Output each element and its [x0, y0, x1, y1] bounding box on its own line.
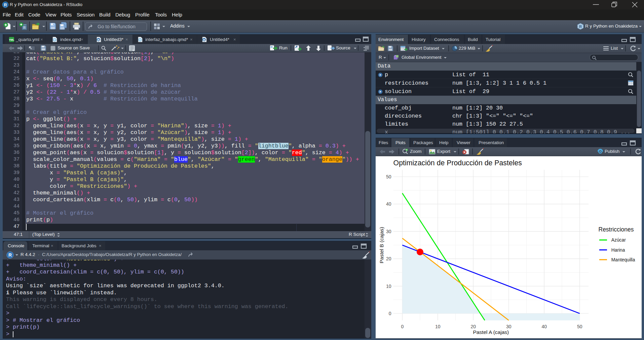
svg-text:10: 10 [435, 324, 441, 329]
svg-text:20: 20 [386, 256, 391, 261]
svg-text:0: 0 [401, 324, 404, 329]
svg-text:YML: YML [9, 38, 14, 41]
svg-text:50: 50 [577, 324, 582, 329]
svg-text:Optimización de Producción de: Optimización de Producción de Pasteles [393, 159, 522, 167]
svg-text:R: R [23, 26, 26, 30]
svg-text:Restricciones: Restricciones [599, 226, 634, 233]
svg-text:R: R [579, 25, 582, 29]
svg-text:Pastel A (cajas): Pastel A (cajas) [473, 329, 509, 335]
svg-text:Azúcar: Azúcar [611, 238, 626, 243]
svg-text:Harina: Harina [611, 248, 625, 253]
svg-text:Pastel B (cajas): Pastel B (cajas) [379, 227, 384, 263]
svg-text:50: 50 [386, 174, 391, 179]
svg-text:40: 40 [541, 324, 547, 329]
svg-text:R: R [4, 2, 7, 7]
svg-text:0: 0 [389, 311, 391, 316]
svg-text:10: 10 [386, 284, 391, 289]
svg-text:20: 20 [471, 324, 476, 329]
svg-text:30: 30 [386, 229, 391, 234]
svg-text:R: R [98, 38, 100, 42]
svg-text:40: 40 [386, 201, 391, 207]
svg-text:Mantequilla: Mantequilla [611, 257, 635, 262]
svg-text:R: R [8, 252, 12, 258]
svg-text:30: 30 [506, 324, 512, 329]
svg-text:R: R [203, 38, 205, 42]
